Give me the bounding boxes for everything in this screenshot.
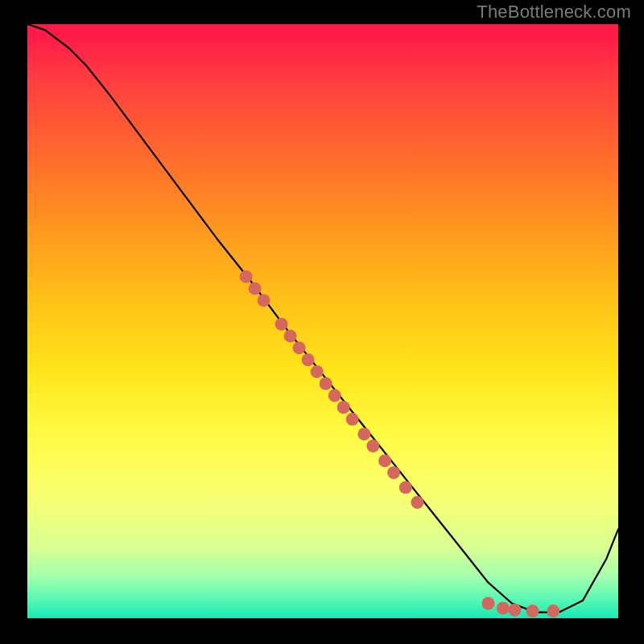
data-point: [387, 466, 400, 479]
data-point: [357, 427, 370, 440]
data-point: [399, 481, 412, 494]
data-point: [497, 602, 510, 615]
data-point: [311, 365, 324, 378]
chart-container: TheBottleneck.com: [0, 0, 644, 644]
data-point: [337, 401, 350, 414]
attribution-text: TheBottleneck.com: [477, 2, 631, 23]
data-point: [378, 454, 391, 467]
data-point: [346, 413, 359, 426]
line-chart-svg: [27, 24, 618, 618]
data-point: [240, 270, 253, 283]
data-point: [249, 282, 262, 295]
data-point: [284, 329, 297, 342]
data-point: [509, 604, 522, 617]
data-point: [411, 496, 423, 509]
data-point: [320, 378, 332, 390]
data-point: [482, 597, 495, 610]
data-point: [293, 341, 306, 354]
data-point: [526, 605, 539, 617]
data-point: [275, 318, 288, 331]
data-point: [302, 353, 315, 366]
data-points-group: [240, 270, 560, 617]
data-point: [328, 389, 341, 402]
data-point: [547, 605, 559, 617]
data-point: [366, 440, 379, 452]
plot-area: [27, 24, 618, 618]
data-point: [258, 294, 270, 307]
bottleneck-curve: [27, 24, 618, 613]
